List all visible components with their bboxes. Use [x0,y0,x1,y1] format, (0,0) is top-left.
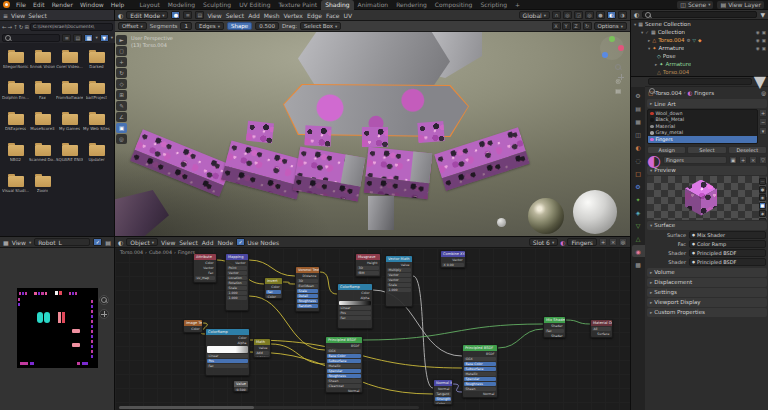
display-list-icon[interactable]: ≡ [62,34,71,42]
viewport-menu-add[interactable]: Add [248,12,260,19]
viewport-tool-3[interactable]: ↻ [116,68,127,78]
menu-edit[interactable]: Edit [30,1,48,8]
horizontal-scrollbar[interactable] [119,406,419,409]
node-image-texture-13[interactable]: Image TextureColorLinear [183,319,203,333]
back-icon[interactable]: ← [2,24,7,30]
axis-y-dot[interactable] [609,36,615,42]
properties-tab-0[interactable]: ⚙ [632,89,645,101]
image-pin-icon[interactable]: ✓ [93,238,102,246]
preview-shape-3[interactable]: ■ [759,202,766,209]
outliner-row[interactable]: ▸△Torso.004⚙▽◆◉▣ [631,36,768,44]
volume-section[interactable]: ▸Volume [647,268,767,277]
outliner-filter-icon[interactable]: ◐ [634,11,639,18]
node-menu-view[interactable]: View [161,239,175,246]
surface-row-value[interactable]: ●Principled BSDF [689,258,766,266]
material-shading-icon[interactable]: ◐ [607,11,616,19]
folder-item[interactable]: AllegoriSonic [2,50,29,81]
scene-selector[interactable]: ◫Scene▾ [677,1,713,9]
viewport-menu-select[interactable]: Select [226,12,245,19]
ortho-toggle-icon[interactable]: ▤ [615,87,621,94]
folder-item[interactable]: Darked [83,50,110,81]
menu-view[interactable]: View [11,12,25,19]
image-name-field[interactable]: Robot_L [34,238,90,246]
node-header[interactable]: Principled BSDF [463,345,497,351]
node-header[interactable]: ColorRamp [338,284,372,290]
node-vector-math-5[interactable]: Vector MathValueMultiplyVectorVectorScal… [385,255,413,307]
material-slot-fingers[interactable]: Fingers [648,136,757,143]
wireframe-shading-icon[interactable]: ◎ [585,11,594,19]
options-dropdown[interactable]: Options▾ [594,22,628,30]
folder-item[interactable]: My Web Sites [83,112,110,143]
node-canvas[interactable]: Torso.004›Cube.004›Fingers AttributeColo… [115,248,630,410]
material-name-field[interactable]: Fingers [567,238,597,246]
menu-window[interactable]: Window [77,1,107,8]
surface-row-value[interactable]: ●Principled BSDF [689,249,766,257]
properties-funnel-icon[interactable]: ▼ [754,72,766,91]
filter-toggle-icon[interactable]: ▼ [100,34,109,42]
surface-row-value[interactable]: ●Color Ramp [689,240,766,248]
edge-select-icon[interactable]: ≡ [183,11,192,19]
folder-item[interactable]: Annok Vision [29,50,56,81]
new-material-button[interactable]: + [739,156,747,164]
node-header[interactable]: Mapping [226,254,248,260]
path-field[interactable]: C:\Users\Israel\Documents\ [30,23,113,31]
preview-shape-4[interactable]: ◆ [759,210,766,217]
node-mix-shader-11[interactable]: Mix ShaderShaderFacShader [543,316,566,338]
viewport-canvas[interactable]: ►◻+↻◇⊞✎∠▣◎ User Perspective (13) Torso.0… [115,32,630,236]
node-header[interactable]: Image Texture [184,320,202,326]
mode-dropdown[interactable]: Edit Mode▾ [126,11,168,19]
zoom-icon[interactable] [615,64,621,71]
viewport-menu-view[interactable]: View [207,12,221,19]
outliner-row[interactable]: ▾▦Scene Collection [631,20,768,28]
breadcrumb-item[interactable]: Torso.004 [655,90,681,96]
display-size-dropdown[interactable]: ▾ [95,35,97,40]
navigation-gizmo[interactable] [600,36,624,60]
node-principled-bsdf-9[interactable]: Principled BSDFBSDFGGXBase ColorSubsurfa… [462,344,498,398]
line-art-section[interactable]: ▸Line Art [647,99,767,108]
mirror-z-button[interactable]: Z [572,22,581,30]
node-header[interactable]: Math [254,339,270,345]
node-value-16[interactable]: Value0.500 [233,380,249,392]
proportional-edit-icon[interactable]: ◎ [563,11,572,19]
tab-scripting[interactable]: Scripting [476,0,511,10]
vertex-select-icon[interactable]: ● [171,11,180,19]
outliner-row[interactable]: ▾✓▦Collection◉▣ [631,28,768,36]
properties-tab-9[interactable]: ◈ [632,206,645,218]
viewport-tool-9[interactable]: ◎ [116,134,127,144]
tab-sculpting[interactable]: Sculpting [199,0,235,10]
preview-shape-0[interactable]: — [759,178,766,185]
snap-refresh-icon[interactable]: ↻ [583,22,592,30]
node-invert-2[interactable]: InvertColorFacColor [264,277,283,299]
preview-shape-2[interactable]: ◉ [759,194,766,201]
node-tree-icon[interactable]: ▽ [759,156,767,164]
viewport-tool-0[interactable]: ► [116,35,127,45]
properties-tab-4[interactable]: ◐ [632,141,645,153]
viewport-menu-edge[interactable]: Edge [307,12,322,19]
slot-specials-dropdown[interactable]: ▾ [759,127,767,135]
up-icon[interactable]: ↑ [13,24,18,30]
pin-icon[interactable]: ◎ [619,238,627,246]
editor-type-icon[interactable]: ▦ [3,239,9,246]
camera-icon[interactable]: ▣ [762,46,766,51]
orientation-dropdown[interactable]: Global▾ [519,11,550,19]
mirror-y-button[interactable]: Y [562,22,571,30]
display-grid-icon[interactable]: ▤ [73,34,82,42]
node-header[interactable]: Material Output [591,320,612,326]
tab-compositing[interactable]: Compositing [431,0,477,10]
displacement-section[interactable]: ▸Displacement [647,278,767,287]
menu-render[interactable]: Render [49,1,76,8]
properties-tab-8[interactable]: ✦ [632,193,645,205]
folder-item[interactable]: Fax [29,81,56,112]
properties-tab-2[interactable]: ▦ [632,115,645,127]
folder-item[interactable]: SQUARE ENIX [56,143,83,174]
properties-tab-1[interactable]: ▤ [632,102,645,114]
disclosure-triangle[interactable]: ▾ [641,30,643,35]
viewport-menu-face[interactable]: Face [326,12,340,19]
filter-dropdown[interactable]: ▾ [111,35,113,40]
surface-row-value[interactable]: ●Mix Shader [689,231,766,239]
viewport-tool-2[interactable]: + [116,57,127,67]
properties-tab-3[interactable]: ◫ [632,128,645,140]
finger-4[interactable] [364,147,432,199]
editor-type-icon[interactable]: ◐ [118,239,123,246]
outliner-row[interactable]: ▾✦Armature◉▣ [631,44,768,52]
